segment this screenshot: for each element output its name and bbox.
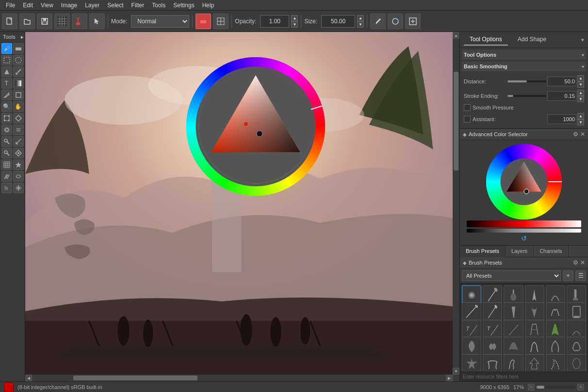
preset-item[interactable] (504, 354, 523, 372)
tool-zoom[interactable]: 🔍 (1, 101, 12, 112)
tab-channels[interactable]: Channels (534, 246, 568, 257)
menu-select[interactable]: Select (103, 1, 127, 10)
mini-color-wheel[interactable] (485, 143, 563, 220)
preset-item[interactable] (546, 337, 565, 356)
presets-filter-dropdown[interactable]: All Presets (462, 270, 561, 281)
hscroll-right[interactable]: ▶ (446, 375, 453, 381)
menu-tools[interactable]: Tools (148, 1, 169, 10)
preset-item[interactable] (567, 285, 586, 305)
preset-item[interactable] (483, 302, 502, 322)
preset-item[interactable] (483, 285, 502, 305)
preset-item[interactable] (525, 285, 544, 305)
assistant-spinner[interactable]: ▲ ▼ (577, 113, 584, 125)
toolbar-color-picker[interactable] (388, 14, 403, 29)
preset-item[interactable] (567, 354, 586, 372)
tool-assistant[interactable] (13, 148, 24, 158)
tab-add-shape[interactable]: Add Shape (512, 34, 552, 46)
tool-measure[interactable] (13, 136, 24, 147)
basic-smoothing-header[interactable]: Basic Smoothing ▾ (462, 62, 586, 71)
preset-item[interactable] (525, 337, 544, 356)
preset-item[interactable] (567, 302, 586, 322)
hscroll-thumb[interactable] (73, 376, 197, 380)
mode-select[interactable]: Normal Multiply Screen Overlay (131, 15, 189, 28)
color-refresh-btn[interactable]: ↺ (521, 235, 527, 242)
zoom-out[interactable]: − (528, 384, 535, 391)
preset-item[interactable] (546, 320, 565, 339)
preset-item[interactable] (504, 285, 523, 305)
tool-grid-tool[interactable] (1, 159, 12, 170)
preset-item[interactable] (462, 337, 481, 356)
tool-contiguous[interactable] (13, 171, 24, 182)
opacity-down[interactable]: ▼ (291, 21, 298, 28)
distance-up[interactable]: ▲ (577, 75, 584, 81)
toolbar-pattern[interactable] (54, 14, 70, 29)
preset-item[interactable] (462, 302, 481, 322)
preset-item[interactable]: T (462, 320, 481, 339)
size-down[interactable]: ▼ (357, 21, 364, 28)
vscroll-up[interactable]: ▲ (453, 32, 459, 39)
tool-filter[interactable] (1, 148, 12, 158)
tool-fill[interactable] (1, 66, 12, 77)
menu-image[interactable]: Image (57, 1, 81, 10)
preset-item[interactable] (546, 285, 565, 305)
zoom-in[interactable]: + (577, 384, 584, 391)
presets-add-btn[interactable]: + (563, 270, 573, 281)
toolbar-save[interactable] (37, 14, 52, 29)
stroke-ending-slider[interactable] (507, 95, 546, 97)
hscroll-left[interactable]: ◀ (25, 375, 32, 381)
size-spinner[interactable]: ▲ ▼ (357, 15, 364, 28)
preset-item[interactable] (462, 354, 481, 372)
gray-gradient-bar[interactable] (467, 229, 581, 233)
preset-item[interactable] (504, 320, 523, 339)
tool-text[interactable]: T (1, 78, 12, 89)
tab-layers[interactable]: Layers (506, 246, 534, 257)
menu-edit[interactable]: Edit (19, 1, 37, 10)
opacity-input[interactable] (260, 15, 289, 28)
toolbar-open[interactable] (19, 14, 35, 29)
tab-tool-options[interactable]: Tool Options (464, 34, 508, 46)
toolbar-wrap[interactable] (405, 14, 421, 29)
zoom-slider[interactable] (537, 386, 575, 389)
size-up[interactable]: ▲ (357, 15, 364, 21)
tool-gradient[interactable] (13, 78, 24, 89)
canvas-hscrollbar[interactable]: ◀ ▶ (25, 375, 453, 381)
menu-file[interactable]: File (2, 1, 19, 10)
tool-select-rect[interactable] (1, 55, 12, 65)
filter-placeholder[interactable]: Enter resource filters here (463, 374, 519, 379)
distance-spinner[interactable]: ▲ ▼ (577, 75, 584, 88)
tool-options-section-header[interactable]: Tool Options ▾ (462, 50, 586, 60)
vscroll-track[interactable] (453, 39, 459, 368)
tab-brush-presets[interactable]: Brush Presets (460, 246, 506, 257)
menu-layer[interactable]: Layer (81, 1, 103, 10)
preset-item[interactable] (483, 354, 502, 372)
presets-settings[interactable]: ⚙ (573, 259, 578, 266)
tool-eraser[interactable] (13, 43, 24, 54)
preset-item[interactable] (504, 337, 523, 356)
black-gradient-bar[interactable] (467, 220, 581, 227)
canvas-area[interactable] (25, 32, 453, 375)
assistant-down[interactable]: ▼ (577, 119, 584, 125)
panel-arrow[interactable]: ▾ (581, 37, 584, 43)
toolbar-brush-settings[interactable] (370, 14, 386, 29)
preset-item[interactable] (546, 354, 565, 372)
opacity-spinner[interactable]: ▲ ▼ (291, 15, 298, 28)
color-wheel-overlay[interactable] (185, 56, 326, 197)
toolbar-paint-bucket[interactable] (72, 14, 87, 29)
tool-select-ellipse[interactable] (13, 55, 24, 65)
preset-item[interactable] (546, 302, 565, 322)
stroke-ending-spinner[interactable]: ▲ ▼ (577, 90, 584, 102)
toolbox-expand[interactable]: ▸ (21, 34, 24, 40)
preset-item[interactable] (525, 354, 544, 372)
distance-input[interactable] (547, 77, 576, 86)
menu-help[interactable]: Help (198, 1, 218, 10)
menu-filter[interactable]: Filter (128, 1, 148, 10)
toolbar-eraser[interactable] (196, 14, 211, 29)
tool-multi-brush[interactable] (1, 171, 12, 182)
color-selector-settings[interactable]: ⚙ (573, 131, 578, 138)
vscroll-thumb[interactable] (454, 72, 458, 171)
assistant-checkbox[interactable] (464, 116, 471, 123)
preset-item[interactable] (483, 337, 502, 356)
tool-blur[interactable] (1, 125, 12, 135)
assistant-up[interactable]: ▲ (577, 113, 584, 119)
stroke-ending-up[interactable]: ▲ (577, 90, 584, 96)
